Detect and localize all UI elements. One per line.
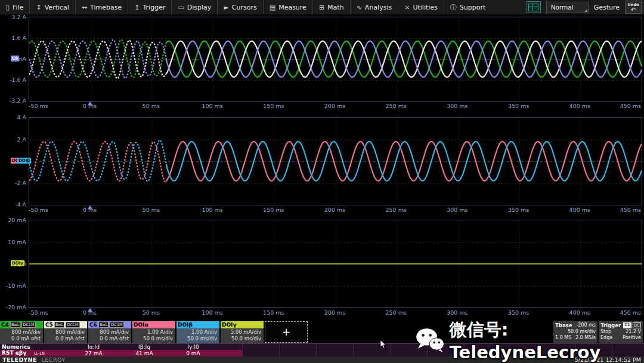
x-axis-label: 300 ms <box>447 309 467 316</box>
analysis-icon: ∿ <box>357 4 362 11</box>
x-axis-label: 150 ms <box>263 309 284 316</box>
display-mode-dropdown[interactable]: Normal <box>546 2 589 13</box>
x-axis-label: 250 ms <box>386 309 407 316</box>
descriptor-header: C6BwLDC1M <box>88 321 131 328</box>
x-axis-label: 300 ms <box>447 207 467 213</box>
x-axis-label: 350 ms <box>508 103 529 109</box>
menu-right-cluster: Normal Gesture Undo ↶ <box>527 0 642 14</box>
scale-value: 1.00 A/div <box>132 329 173 336</box>
brand-teledyne: TELEDYNE <box>2 356 37 363</box>
zero-level-badge-doi-beta[interactable]: DOIβ <box>17 158 31 164</box>
numerics-title: Numerics <box>2 344 30 350</box>
y-axis-label: 3.2 A <box>0 14 26 20</box>
y-axis-label: -4 A <box>0 201 26 208</box>
descriptor-header: DOIβ <box>177 321 219 328</box>
channel-descriptor-c6[interactable]: C6BwLDC1M800 mA/div0.0 mA ofst <box>88 321 131 343</box>
menu-item-label: Math <box>327 4 344 11</box>
add-trace-button[interactable]: + <box>265 321 308 343</box>
timebase-icon: ↔ <box>82 4 87 11</box>
x-axis-label: 50 ms <box>143 207 160 213</box>
descriptor-header: C4BwLDC1M <box>0 321 43 328</box>
display-icon: ▭ <box>178 4 184 11</box>
channel-descriptor-c4[interactable]: C4BwLDC1M800 mA/div0.0 mA ofst <box>0 321 43 343</box>
offset-value: 0.0 mA ofst <box>44 336 85 342</box>
menu-item-cursors[interactable]: ►Cursors <box>217 0 262 14</box>
x-axis-label: -50 ms <box>29 103 48 109</box>
descriptor-body: 800 mA/div0.0 mA ofst <box>0 328 43 343</box>
numerics-row-sublabel: LL-LN <box>34 351 45 356</box>
descriptor-body: 1.00 A/div50.0 ms/div <box>132 328 175 343</box>
menu-item-label: Support <box>460 4 485 11</box>
x-axis-label: 150 ms <box>263 207 284 213</box>
x-axis-label: 250 ms <box>386 103 407 109</box>
channel-badge: DC1M <box>21 322 35 328</box>
x-axis-label: 250 ms <box>386 207 407 213</box>
menu-item-timebase[interactable]: ↔Timebase <box>75 0 128 14</box>
x-axis-labels: -50 ms0 ms50 ms100 ms150 ms200 ms250 ms3… <box>29 309 642 316</box>
channel-descriptor-doi-alpha[interactable]: DOIα1.00 A/div50.0 ms/div <box>132 321 175 343</box>
waveform-grid-2[interactable] <box>29 117 642 205</box>
scale-value: 800 mA/div <box>88 329 129 336</box>
descriptor-body: 5.00 mA/div50.0 ms/div <box>221 328 264 343</box>
y-axis-label: -10 mA <box>0 282 26 289</box>
menu-item-file[interactable]: ▯File <box>0 0 29 14</box>
x-axis-label: 300 ms <box>447 103 467 109</box>
channel-descriptor-c5[interactable]: C5BwLDC1M800 mA/div0.0 mA ofst <box>44 321 87 343</box>
measure-icon: ▤ <box>270 4 275 11</box>
undo-button[interactable]: Undo ↶ <box>625 1 642 14</box>
x-axis-label: 50 ms <box>143 309 160 316</box>
cursors-icon: ► <box>224 4 228 11</box>
offset-value: 50.0 ms/div <box>132 336 173 342</box>
channel-descriptor-doi-beta[interactable]: DOIβ1.00 A/div50.0 ms/div <box>177 321 219 343</box>
channel-descriptor-doi-gamma[interactable]: DOIγ5.00 mA/div50.0 ms/div <box>221 321 264 343</box>
descriptor-body: 1.00 A/div50.0 ms/div <box>177 328 219 343</box>
offset-value: 0.0 mA ofst <box>88 336 129 342</box>
channel-name: C6 <box>89 322 97 328</box>
gesture-label: Gesture <box>594 4 620 11</box>
trigger-position-marker <box>88 308 92 312</box>
waveform-grid-1[interactable] <box>29 17 642 101</box>
x-axis-label: 50 ms <box>143 103 160 109</box>
menu-item-vertical[interactable]: ↕Vertical <box>29 0 75 14</box>
grid-layout-button[interactable] <box>527 1 541 13</box>
channel-badge: BwL <box>10 322 20 328</box>
x-axis-label: 200 ms <box>324 207 345 213</box>
vertical-icon: ↕ <box>36 4 41 11</box>
menu-item-analysis[interactable]: ∿Analysis <box>350 0 398 14</box>
x-axis-label: 100 ms <box>202 207 222 213</box>
x-axis-label: -50 ms <box>29 207 48 213</box>
offset-value: 0.0 mA ofst <box>0 336 41 342</box>
numerics-col2-header: Iβ:Iq <box>138 344 150 350</box>
brand-logo: TELEDYNE LECROY <box>2 356 66 363</box>
menu-item-utilities[interactable]: ⨯Utilities <box>398 0 444 14</box>
y-axis-label: 10 mA <box>0 239 26 245</box>
trigger-position-marker <box>88 205 92 209</box>
wechat-watermark: 微信号: TeledyneLecroy <box>416 318 644 362</box>
x-axis-label: 400 ms <box>569 103 590 109</box>
menu-item-measure[interactable]: ▤Measure <box>263 0 312 14</box>
utilities-icon: ⨯ <box>404 4 410 11</box>
menu-item-support[interactable]: ⓘSupport <box>444 0 491 14</box>
x-axis-label: 400 ms <box>569 207 590 213</box>
zero-level-badge-c6[interactable]: C6 <box>11 56 19 61</box>
descriptor-body: 800 mA/div0.0 mA ofst <box>88 328 131 343</box>
brand-lecroy: LECROY <box>42 356 66 363</box>
menu-bar: ▯File↕Vertical↔Timebase↥Trigger▭Display►… <box>0 0 644 15</box>
offset-value: 50.0 ms/div <box>221 336 261 342</box>
menu-item-label: Timebase <box>90 4 122 11</box>
zero-level-badge-doi-gamma[interactable]: DOIγ <box>11 260 24 266</box>
x-axis-label: 200 ms <box>324 309 345 316</box>
undo-arrow-icon: ↶ <box>631 7 636 13</box>
waveform-grid-3[interactable] <box>29 220 642 308</box>
menu-item-label: Analysis <box>365 4 392 11</box>
support-icon: ⓘ <box>450 4 457 11</box>
numerics-col1-header: Iα:Id <box>88 344 100 350</box>
waveform-canvas-1 <box>29 17 642 101</box>
y-axis-label: -20 mA <box>0 304 26 310</box>
wechat-icon <box>416 327 445 354</box>
x-axis-label: 450 ms <box>620 103 641 109</box>
menu-item-trigger[interactable]: ↥Trigger <box>128 0 171 14</box>
mouse-cursor <box>380 340 387 349</box>
menu-item-display[interactable]: ▭Display <box>171 0 217 14</box>
menu-item-math[interactable]: ⊞Math <box>312 0 350 14</box>
